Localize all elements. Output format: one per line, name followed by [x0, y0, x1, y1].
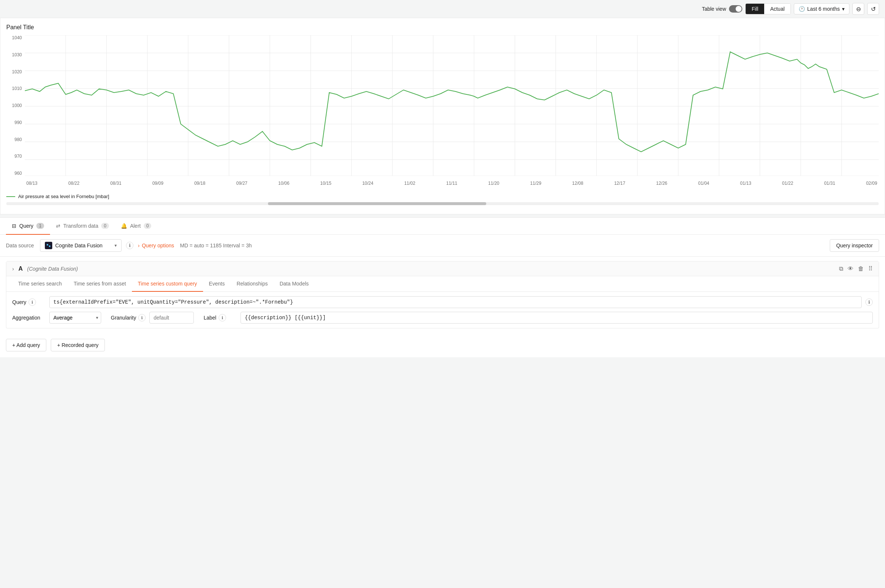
y-label-970: 970 [15, 154, 22, 159]
time-range-label: Last 6 months [807, 6, 840, 12]
datasource-logo [45, 242, 52, 249]
bell-icon: 🔔 [121, 223, 127, 229]
db-icon: ⊟ [12, 223, 16, 229]
query-fields: Query ℹ ℹ Aggregation Average Max Min [6, 292, 879, 328]
add-query-button[interactable]: + Add query [6, 339, 46, 351]
copy-icon[interactable]: ⧉ [839, 266, 843, 272]
delete-icon[interactable]: 🗑 [858, 266, 864, 272]
query-block-actions: ⧉ 👁 🗑 ⠿ [839, 265, 873, 272]
x-label-1120: 11/20 [488, 181, 499, 186]
granularity-info-icon[interactable]: ℹ [138, 314, 146, 321]
x-label-0122: 01/22 [782, 181, 793, 186]
tab-data-models-label: Data Models [280, 280, 309, 286]
table-view-toggle: Table view [702, 5, 742, 13]
tab-alert-label: Alert [130, 223, 141, 229]
tab-data-models[interactable]: Data Models [274, 276, 315, 292]
tab-query-label: Query [19, 223, 33, 229]
tab-time-series-asset-label: Time series from asset [74, 280, 126, 286]
datasource-label: Data source [6, 243, 36, 249]
tab-transform-label: Transform data [63, 223, 98, 229]
collapse-icon[interactable]: › [12, 266, 14, 272]
datasource-name: Cognite Data Fusion [55, 243, 111, 249]
x-label-1217: 12/17 [614, 181, 625, 186]
more-icon[interactable]: ⠿ [868, 265, 873, 272]
tab-query[interactable]: ⊟ Query 1 [6, 218, 50, 235]
query-options-meta: MD = auto = 1185 Interval = 3h [180, 243, 251, 249]
chart-y-axis: 1040 1030 1020 1010 1000 990 980 970 960 [6, 35, 25, 176]
tab-relationships[interactable]: Relationships [230, 276, 274, 292]
query-input[interactable] [49, 296, 862, 308]
datasource-chevron-icon: ▾ [114, 243, 117, 248]
query-block-a: › A (Cognite Data Fusion) ⧉ 👁 🗑 ⠿ Time s… [6, 261, 879, 328]
label-input[interactable] [241, 312, 873, 324]
svg-rect-30 [47, 244, 48, 246]
y-label-990: 990 [15, 120, 22, 125]
query-field-row: Query ℹ ℹ [12, 296, 873, 308]
query-field-label: Query ℹ [12, 298, 45, 306]
tab-transform[interactable]: ⇄ Transform data 0 [50, 218, 115, 235]
chart-scrollbar-thumb[interactable] [268, 202, 486, 205]
chart-legend: Air pressure at sea level in Fornebu [mb… [6, 194, 879, 199]
x-label-0927: 09/27 [236, 181, 247, 186]
query-section: ⊟ Query 1 ⇄ Transform data 0 🔔 Alert 0 D… [0, 218, 885, 357]
aggregation-select[interactable]: Average Max Min Sum Count [49, 312, 101, 324]
query-tabs: ⊟ Query 1 ⇄ Transform data 0 🔔 Alert 0 [0, 218, 885, 235]
chart-x-axis: 08/13 08/22 08/31 09/09 09/18 09/27 10/0… [25, 176, 879, 191]
svg-rect-29 [45, 243, 51, 249]
x-label-0209: 02/09 [866, 181, 877, 186]
y-label-1030: 1030 [12, 52, 22, 57]
x-label-0104: 01/04 [698, 181, 709, 186]
refresh-button[interactable]: ↺ [867, 3, 879, 15]
chart-panel: Panel Title 1040 1030 1020 1010 1000 990… [0, 18, 885, 214]
datasource-row: Data source Cognite Data Fusion ▾ ℹ › Qu… [0, 235, 885, 256]
tab-events[interactable]: Events [203, 276, 231, 292]
datasource-selector[interactable]: Cognite Data Fusion ▾ [40, 239, 122, 252]
tab-time-series-asset[interactable]: Time series from asset [68, 276, 132, 292]
x-label-1015: 10/15 [320, 181, 331, 186]
query-inspector-button[interactable]: Query inspector [830, 239, 879, 252]
legend-label: Air pressure at sea level in Fornebu [mb… [18, 194, 109, 199]
recorded-query-button[interactable]: + Recorded query [51, 339, 105, 351]
clock-icon: 🕐 [799, 6, 805, 12]
y-label-1040: 1040 [12, 35, 22, 40]
zoom-out-button[interactable]: ⊖ [852, 3, 864, 15]
y-label-1020: 1020 [12, 69, 22, 74]
time-range-button[interactable]: 🕐 Last 6 months ▾ [794, 3, 849, 15]
label-label: Label ℹ [203, 314, 237, 321]
datasource-info-icon[interactable]: ℹ [126, 242, 133, 249]
chart-scrollbar[interactable] [6, 202, 879, 205]
actual-button[interactable]: Actual [764, 4, 790, 14]
query-source-label: (Cognite Data Fusion) [27, 266, 78, 272]
x-label-1208: 12/08 [572, 181, 583, 186]
tab-custom-query[interactable]: Time series custom query [132, 276, 203, 292]
query-type-tabs: Time series search Time series from asse… [6, 276, 879, 292]
query-options-button[interactable]: › Query options [138, 243, 174, 249]
x-label-1129: 11/29 [530, 181, 542, 186]
tab-alert[interactable]: 🔔 Alert 0 [115, 218, 157, 235]
x-label-1111: 11/11 [446, 181, 457, 186]
legend-color-line [6, 196, 15, 197]
x-label-0918: 09/18 [194, 181, 205, 186]
top-toolbar: Table view Fill Actual 🕐 Last 6 months ▾… [0, 0, 885, 18]
y-label-980: 980 [15, 137, 22, 142]
tab-time-series-search-label: Time series search [18, 280, 62, 286]
chart-svg [25, 35, 879, 176]
label-info-icon[interactable]: ℹ [219, 314, 226, 321]
aggregation-select-wrapper: Average Max Min Sum Count [49, 312, 101, 324]
panel-title: Panel Title [6, 24, 879, 31]
table-view-label: Table view [702, 6, 726, 12]
fill-button[interactable]: Fill [746, 4, 764, 14]
query-info-icon[interactable]: ℹ [29, 298, 36, 306]
x-label-1102: 11/02 [404, 181, 415, 186]
granularity-input[interactable] [149, 312, 194, 324]
y-label-960: 960 [15, 171, 22, 176]
chevron-down-icon: ▾ [842, 6, 844, 12]
eye-icon[interactable]: 👁 [847, 266, 853, 272]
aggregation-field-row: Aggregation Average Max Min Sum Count Gr… [12, 312, 873, 324]
tab-time-series-search[interactable]: Time series search [12, 276, 68, 292]
chart-container: 1040 1030 1020 1010 1000 990 980 970 960 [6, 35, 879, 191]
tab-events-label: Events [209, 280, 225, 286]
query-right-info-icon[interactable]: ℹ [865, 298, 873, 306]
tab-transform-badge: 0 [101, 223, 109, 229]
table-view-switch[interactable] [729, 5, 742, 13]
